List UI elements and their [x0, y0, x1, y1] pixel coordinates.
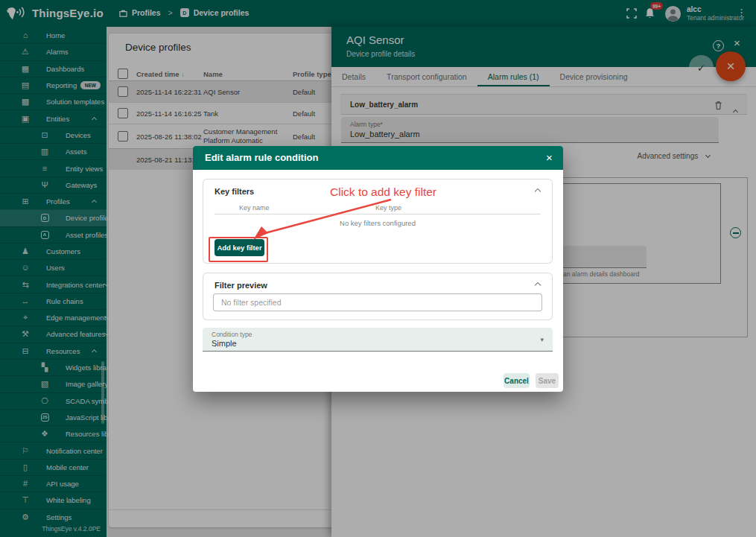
dialog-header: Edit alarm rule condition × [193, 146, 563, 170]
chevron-up-icon[interactable] [535, 188, 541, 194]
chevron-up-icon[interactable] [535, 282, 541, 288]
edit-alarm-rule-condition-dialog: Edit alarm rule condition × Key filters … [193, 146, 563, 392]
condition-type-label: Condition type [203, 328, 553, 338]
screen: ThingsEye.io Profiles > D Device profile… [0, 0, 756, 537]
filter-preview-title: Filter preview [215, 281, 267, 290]
cancel-button[interactable]: Cancel [504, 373, 530, 388]
filter-preview-card: Filter preview [203, 273, 553, 320]
condition-type-select[interactable]: Condition type Simple ▾ [203, 328, 553, 352]
dropdown-caret-icon: ▾ [540, 336, 544, 343]
close-icon[interactable]: × [546, 151, 553, 164]
save-button[interactable]: Save [536, 373, 559, 388]
filter-preview-input[interactable] [213, 293, 542, 311]
dialog-title: Edit alarm rule condition [205, 152, 318, 163]
annotation-highlight-rect [209, 237, 268, 262]
condition-type-value: Simple [203, 338, 553, 348]
